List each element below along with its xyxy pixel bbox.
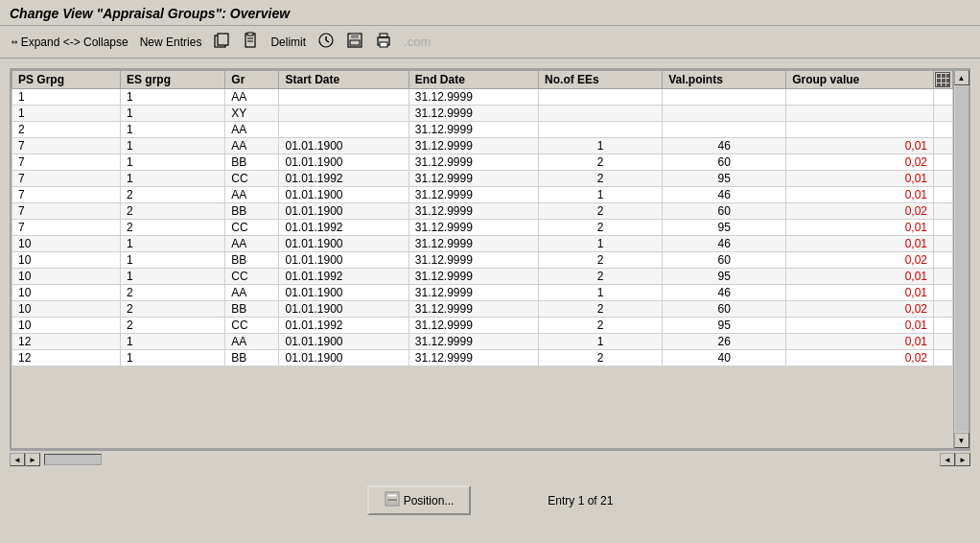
- col-header-no-of-ees: No.of EEs: [539, 71, 663, 89]
- table-cell: [539, 106, 663, 122]
- table-cell: [934, 154, 953, 171]
- table-cell: [934, 301, 953, 318]
- table-cell: 2: [539, 171, 663, 187]
- table-cell: 46: [663, 187, 786, 203]
- svg-rect-18: [387, 502, 397, 504]
- scroll-track-vertical: [955, 86, 968, 432]
- clock-icon: [317, 32, 335, 52]
- table-cell: 01.01.1992: [279, 171, 408, 187]
- table-cell: 2: [121, 285, 225, 301]
- table-cell: [934, 269, 953, 285]
- table-cell: 60: [663, 203, 786, 220]
- delimit-button[interactable]: Delimit: [267, 34, 310, 51]
- table-row[interactable]: 72BB01.01.190031.12.99992600,02: [12, 203, 953, 220]
- table-cell: 0,01: [786, 269, 934, 285]
- table-cell: 01.01.1900: [279, 350, 408, 366]
- scroll-right-button[interactable]: ►: [25, 453, 40, 466]
- table-cell: AA: [225, 187, 279, 203]
- table-cell: 2: [539, 269, 663, 285]
- svg-rect-14: [380, 42, 387, 47]
- table-row[interactable]: 101CC01.01.199231.12.99992950,01: [12, 269, 953, 285]
- table-row[interactable]: 102AA01.01.190031.12.99991460,01: [12, 285, 953, 301]
- table-cell: 01.01.1900: [279, 285, 408, 301]
- table-cell: BB: [225, 252, 279, 269]
- paste-button[interactable]: [238, 30, 263, 54]
- table-cell: [934, 236, 953, 252]
- table-row[interactable]: 71CC01.01.199231.12.99992950,01: [12, 171, 953, 187]
- table-cell: 46: [663, 138, 786, 154]
- table-cell: 95: [663, 318, 786, 334]
- table-cell: 31.12.9999: [408, 138, 538, 154]
- table-row[interactable]: 72AA01.01.190031.12.99991460,01: [12, 187, 953, 203]
- table-row[interactable]: 71BB01.01.190031.12.99992600,02: [12, 154, 953, 171]
- table-cell: [934, 203, 953, 220]
- save-icon: [346, 32, 363, 52]
- table-cell: [539, 122, 663, 138]
- table-cell: 01.01.1900: [279, 301, 408, 318]
- table-cell: 0,01: [786, 187, 934, 203]
- table-cell: 1: [12, 106, 121, 122]
- scroll-left-button[interactable]: ◄: [10, 453, 25, 466]
- table-cell: [934, 334, 953, 350]
- table-cell: 0,01: [786, 138, 934, 154]
- table-cell: 1: [121, 89, 225, 106]
- new-entries-button[interactable]: New Entries: [136, 34, 206, 51]
- expand-collapse-button[interactable]: ⇔ Expand <-> Collapse: [8, 34, 132, 51]
- table-cell: 31.12.9999: [408, 252, 538, 269]
- table-row[interactable]: 102BB01.01.190031.12.99992600,02: [12, 301, 953, 318]
- table-row[interactable]: 71AA01.01.190031.12.99991460,01: [12, 138, 953, 154]
- table-row[interactable]: 72CC01.01.199231.12.99992950,01: [12, 220, 953, 236]
- table-cell: 95: [663, 171, 786, 187]
- table-cell: 1: [121, 171, 225, 187]
- scroll-left-button-2[interactable]: ◄: [940, 453, 955, 466]
- table-cell: 0,01: [786, 318, 934, 334]
- table-row[interactable]: 101AA01.01.190031.12.99991460,01: [12, 236, 953, 252]
- table-cell: 31.12.9999: [408, 236, 538, 252]
- col-header-end-date: End Date: [408, 71, 538, 89]
- svg-line-8: [326, 40, 329, 42]
- table-cell: 7: [12, 154, 121, 171]
- table-cell: 0,01: [786, 334, 934, 350]
- table-cell: 01.01.1992: [279, 318, 408, 334]
- table-cell: 01.01.1900: [279, 154, 408, 171]
- table-cell: CC: [225, 318, 279, 334]
- table-row[interactable]: 102CC01.01.199231.12.99992950,01: [12, 318, 953, 334]
- table-cell: 1: [539, 138, 663, 154]
- table-cell: 1: [121, 236, 225, 252]
- table-scroll-area: PS Grpg ES grpg Gr Start Date End Date N…: [12, 70, 953, 448]
- icon-btn-2[interactable]: [342, 30, 367, 54]
- h-scroll-track[interactable]: [44, 454, 102, 465]
- col-header-grid-icon[interactable]: [934, 71, 953, 89]
- table-cell: 01.01.1900: [279, 236, 408, 252]
- table-cell: 1: [121, 154, 225, 171]
- table-cell: 31.12.9999: [408, 285, 538, 301]
- table-cell: [279, 122, 408, 138]
- vertical-scrollbar[interactable]: ▲ ▼: [953, 70, 968, 448]
- scroll-down-button[interactable]: ▼: [954, 433, 969, 448]
- table-cell: 1: [121, 252, 225, 269]
- table-row[interactable]: 21AA31.12.9999: [12, 122, 953, 138]
- table-row[interactable]: 121AA01.01.190031.12.99991260,01: [12, 334, 953, 350]
- table-cell: 31.12.9999: [408, 350, 538, 366]
- position-button[interactable]: Position...: [367, 485, 472, 515]
- table-row[interactable]: 121BB01.01.190031.12.99992400,02: [12, 350, 953, 366]
- table-cell: 1: [539, 334, 663, 350]
- scroll-right-button-2[interactable]: ►: [955, 453, 970, 466]
- copy-button[interactable]: [209, 30, 234, 54]
- table-cell: 1: [121, 269, 225, 285]
- scroll-up-button[interactable]: ▲: [954, 70, 969, 85]
- table-row[interactable]: 11AA31.12.9999: [12, 89, 953, 106]
- icon-btn-3[interactable]: [371, 30, 396, 54]
- table-cell: 1: [121, 334, 225, 350]
- table-row[interactable]: 101BB01.01.190031.12.99992600,02: [12, 252, 953, 269]
- col-header-gr: Gr: [225, 71, 279, 89]
- watermark-text: .com: [404, 35, 431, 49]
- table-cell: 2: [539, 203, 663, 220]
- table-row[interactable]: 11XY31.12.9999: [12, 106, 953, 122]
- table-cell: AA: [225, 122, 279, 138]
- table-cell: 31.12.9999: [408, 171, 538, 187]
- table-cell: 7: [12, 220, 121, 236]
- print-icon: [375, 32, 392, 52]
- table-cell: 46: [663, 236, 786, 252]
- icon-btn-1[interactable]: [314, 30, 338, 54]
